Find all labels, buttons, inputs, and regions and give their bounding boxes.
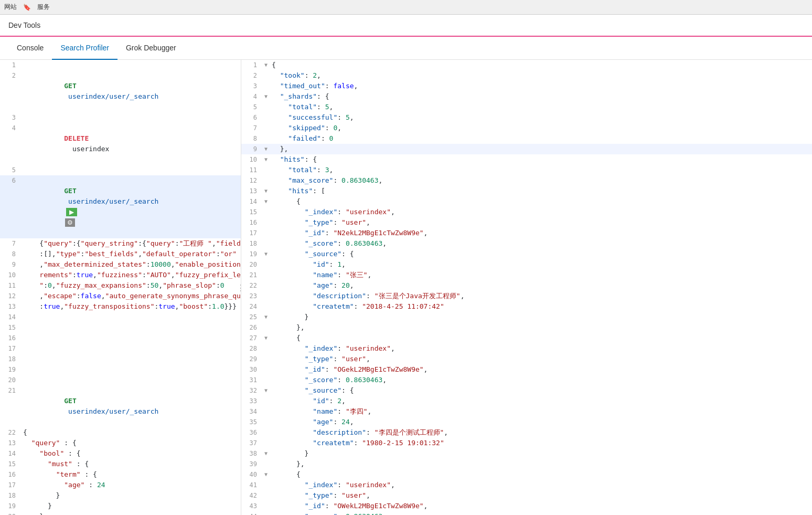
code-line-25: 15 "must" : { xyxy=(0,459,241,469)
rline-9: 9 ▼ }, xyxy=(241,144,812,154)
code-line-30: 20 } xyxy=(0,511,241,515)
code-line-24: 14 "bool" : { xyxy=(0,448,241,459)
rline-42: 42 "_type": "user", xyxy=(241,490,812,501)
config-button[interactable]: ⚙ xyxy=(65,218,75,227)
rline-34: 34 "name": "李四", xyxy=(241,406,812,417)
rline-29: 29 "_type": "user", xyxy=(241,354,812,364)
code-line-8: 8 :[],"type":"best_fields","default_oper… xyxy=(0,249,241,259)
rline-25: 25 ▼ } xyxy=(241,312,812,322)
code-line-15: 15 xyxy=(0,322,241,333)
code-line-17: 17 xyxy=(0,343,241,354)
code-line-22: 22 { xyxy=(0,427,241,438)
code-line-3: 3 xyxy=(0,112,241,123)
rline-33: 33 "id": 2, xyxy=(241,396,812,406)
rline-35: 35 "age": 24, xyxy=(241,417,812,427)
run-button[interactable]: ▶ xyxy=(66,208,77,216)
rline-41: 41 "_index": "userindex", xyxy=(241,480,812,490)
editor-area: 1 2 GET userindex/user/_search 3 4 DELET… xyxy=(0,60,812,515)
rline-26: 26 }, xyxy=(241,322,812,333)
rline-43: 43 "_id": "OWekL2MBgE1cTwZw8W9e", xyxy=(241,501,812,511)
code-line-1: 1 xyxy=(0,60,241,70)
rline-18: 18 "_score": 0.8630463, xyxy=(241,238,812,249)
code-line-2: 2 GET userindex/user/_search xyxy=(0,70,241,112)
rline-31: 31 "_score": 0.8630463, xyxy=(241,375,812,385)
right-panel[interactable]: 1 ▼ { 2 "took": 2, 3 "timed_out": false,… xyxy=(241,60,812,515)
rline-2: 2 "took": 2, xyxy=(241,70,812,81)
rline-5: 5 "total": 5, xyxy=(241,102,812,112)
code-line-6: 6 GET userindex/user/_search ▶ ⚙ xyxy=(0,175,241,238)
code-line-27: 17 "age" : 24 xyxy=(0,480,241,490)
rline-21: 21 "name": "张三", xyxy=(241,270,812,280)
panel-drag-handle[interactable]: ⋮ xyxy=(237,282,241,292)
code-line-7: 7 {"query":{"query_string":{"query":"工程师… xyxy=(0,238,241,249)
rline-23: 23 "description": "张三是个Java开发工程师", xyxy=(241,291,812,301)
code-line-16: 16 xyxy=(0,333,241,343)
rline-37: 37 "createtm": "1980-2-15 19:01:32" xyxy=(241,438,812,448)
rline-10: 10 ▼ "hits": { xyxy=(241,154,812,165)
rline-4: 4 ▼ "_shards": { xyxy=(241,91,812,102)
rline-32: 32 ▼ "_source": { xyxy=(241,385,812,396)
rline-20: 20 "id": 1, xyxy=(241,259,812,270)
code-line-21: 21 GET userindex/user/_search xyxy=(0,385,241,427)
rline-40: 40 ▼ { xyxy=(241,469,812,480)
rline-7: 7 "skipped": 0, xyxy=(241,123,812,133)
rline-15: 15 "_index": "userindex", xyxy=(241,207,812,217)
code-line-29: 19 } xyxy=(0,501,241,511)
code-line-10: 10 rements":true,"fuzziness":"AUTO","fuz… xyxy=(0,270,241,280)
left-code-editor: 1 2 GET userindex/user/_search 3 4 DELET… xyxy=(0,60,241,515)
code-line-28: 18 } xyxy=(0,490,241,501)
rline-22: 22 "age": 20, xyxy=(241,280,812,291)
browser-menu-site[interactable]: 网站 xyxy=(4,3,17,12)
rline-8: 8 "failed": 0 xyxy=(241,133,812,144)
tab-search-profiler[interactable]: Search Profiler xyxy=(52,37,117,60)
left-panel[interactable]: 1 2 GET userindex/user/_search 3 4 DELET… xyxy=(0,60,241,515)
rline-27: 27 ▼ { xyxy=(241,333,812,343)
browser-menu-service[interactable]: 服务 xyxy=(37,3,50,12)
rline-3: 3 "timed_out": false, xyxy=(241,81,812,91)
tab-console[interactable]: Console xyxy=(8,37,52,60)
code-line-23: 13 "query" : { xyxy=(0,438,241,448)
rline-6: 6 "successful": 5, xyxy=(241,112,812,123)
rline-39: 39 }, xyxy=(241,459,812,469)
code-line-4: 4 DELETE userindex xyxy=(0,123,241,165)
rline-38: 38 ▼ } xyxy=(241,448,812,459)
nav-tabs: Console Search Profiler Grok Debugger xyxy=(0,37,812,60)
code-line-13: 13 :true,"fuzzy_transpositions":true,"bo… xyxy=(0,301,241,312)
rline-19: 19 ▼ "_source": { xyxy=(241,249,812,259)
code-line-26: 16 "term" : { xyxy=(0,469,241,480)
rline-17: 17 "_id": "N2ekL2MBgE1cTwZw8W9e", xyxy=(241,228,812,238)
right-code-editor: 1 ▼ { 2 "took": 2, 3 "timed_out": false,… xyxy=(241,60,812,515)
code-line-9: 9 ,"max_determinized_states":10000,"enab… xyxy=(0,259,241,270)
app-bar: Dev Tools xyxy=(0,15,812,37)
code-line-12: 12 ,"escape":false,"auto_generate_synony… xyxy=(0,291,241,301)
rline-12: 12 "max_score": 0.8630463, xyxy=(241,175,812,186)
rline-44: 44 "_score": 0.8630463, xyxy=(241,511,812,515)
code-line-20: 20 xyxy=(0,375,241,385)
rline-30: 30 "_id": "OGekL2MBgE1cTwZw8W9e", xyxy=(241,364,812,375)
rline-11: 11 "total": 3, xyxy=(241,165,812,175)
browser-bookmark-icon: 🔖 xyxy=(23,4,31,11)
rline-28: 28 "_index": "userindex", xyxy=(241,343,812,354)
code-line-11: 11 ":0,"fuzzy_max_expansions":50,"phrase… xyxy=(0,280,241,291)
code-line-14: 14 xyxy=(0,312,241,322)
browser-bar: 网站 🔖 服务 xyxy=(0,0,812,15)
rline-16: 16 "_type": "user", xyxy=(241,217,812,228)
rline-13: 13 ▼ "hits": [ xyxy=(241,186,812,196)
rline-36: 36 "description": "李四是个测试工程师", xyxy=(241,427,812,438)
rline-24: 24 "createtm": "2018-4-25 11:07:42" xyxy=(241,301,812,312)
code-line-18: 18 xyxy=(0,354,241,364)
code-line-5: 5 xyxy=(0,165,241,175)
rline-1: 1 ▼ { xyxy=(241,60,812,70)
app-title: Dev Tools xyxy=(8,21,40,29)
tab-grok-debugger[interactable]: Grok Debugger xyxy=(117,37,185,60)
rline-14: 14 ▼ { xyxy=(241,196,812,207)
code-line-19: 19 xyxy=(0,364,241,375)
